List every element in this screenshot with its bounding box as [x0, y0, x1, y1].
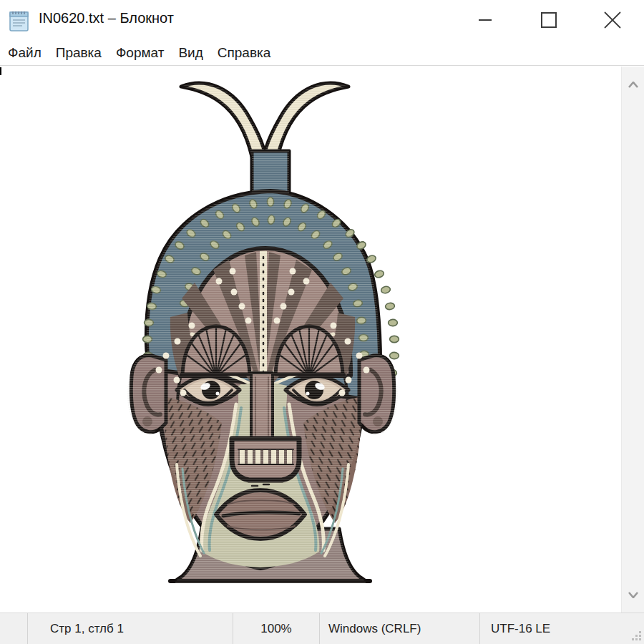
status-spacer: [0, 613, 27, 644]
status-cursor-position: Стр 1, стлб 1: [27, 613, 233, 644]
menu-format[interactable]: Формат: [109, 45, 171, 61]
titlebar: IN0620.txt – Блокнот: [0, 0, 644, 40]
chevron-down-icon: [628, 592, 638, 598]
vertical-scrollbar[interactable]: [621, 67, 644, 613]
menu-file[interactable]: Файл: [1, 45, 48, 61]
menu-help[interactable]: Справка: [211, 45, 278, 61]
status-zoom-level: 100%: [233, 613, 319, 644]
notepad-window: IN0620.txt – Блокнот Файл Правка Формат …: [0, 0, 644, 644]
menu-edit[interactable]: Правка: [49, 45, 108, 61]
mask-figure: [122, 77, 408, 586]
status-encoding: UTF-16 LE: [479, 613, 644, 644]
maximize-icon: [540, 11, 557, 29]
resize-grip[interactable]: [630, 629, 641, 640]
menu-view[interactable]: Вид: [172, 45, 209, 61]
window-title: IN0620.txt – Блокнот: [39, 10, 174, 26]
minimize-button[interactable]: [465, 6, 505, 34]
status-line-ending: Windows (CRLF): [319, 613, 479, 644]
scroll-up-button[interactable]: [622, 74, 644, 95]
minimize-icon: [477, 12, 493, 28]
statusbar: Стр 1, стлб 1 100% Windows (CRLF) UTF-16…: [0, 613, 644, 644]
menubar: Файл Правка Формат Вид Справка: [0, 40, 644, 66]
close-icon: [603, 11, 622, 29]
text-editor-area[interactable]: [0, 67, 621, 613]
close-button[interactable]: [592, 6, 633, 34]
notepad-icon: [6, 7, 32, 33]
mask-artwork: [0, 67, 621, 613]
maximize-button[interactable]: [529, 6, 569, 34]
scroll-down-button[interactable]: [622, 584, 644, 605]
chevron-up-icon: [628, 82, 638, 88]
